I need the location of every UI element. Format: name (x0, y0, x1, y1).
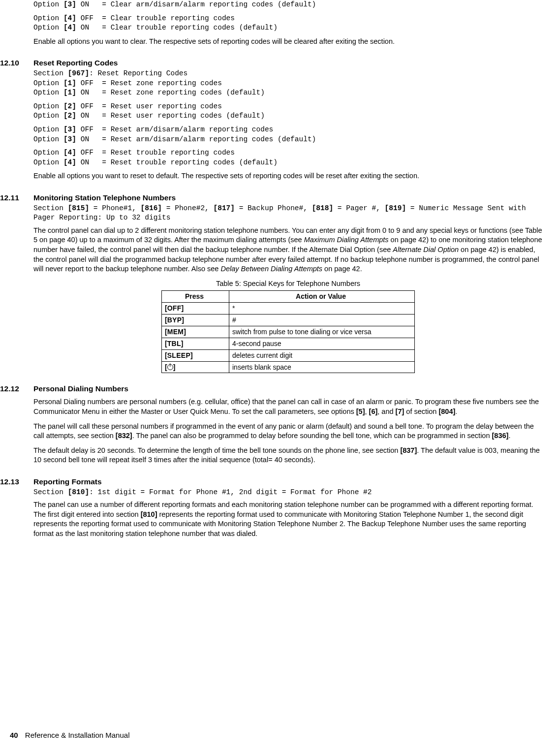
table-header-action: Action or Value (229, 291, 415, 303)
option-line: Option [4] OFF = Reset trouble reporting… (33, 148, 543, 158)
table-caption: Table 5: Special Keys for Telephone Numb… (33, 279, 543, 289)
special-keys-table: Press Action or Value [OFF]*[BYP]#[MEM]s… (161, 290, 415, 373)
section-line: Section [810]: 1st digit = Format for Ph… (33, 488, 543, 498)
option-line: Option [1] ON = Reset zone reporting cod… (33, 88, 543, 98)
action-cell: inserts blank space (229, 361, 415, 373)
section-heading: Reporting Formats (33, 477, 543, 487)
section-line: Section [967]: Reset Reporting Codes (33, 69, 543, 79)
section-paragraph: Personal Dialing numbers are personal nu… (33, 397, 543, 416)
option-line: Option [3] ON = Reset arm/disarm/alarm r… (33, 135, 543, 145)
press-cell: [OFF] (162, 303, 229, 315)
action-cell: switch from pulse to tone dialing or vic… (229, 326, 415, 338)
section-paragraph: The default delay is 20 seconds. To dete… (33, 446, 543, 465)
section-number: 12.12 (0, 384, 33, 470)
section-heading: Reset Reporting Codes (33, 58, 543, 68)
section-12-11: 12.11 Monitoring Station Telephone Numbe… (0, 193, 543, 378)
press-cell: [BYP] (162, 315, 229, 326)
table-row: [OFF]* (162, 303, 415, 315)
section-number: 12.10 (0, 58, 33, 186)
press-cell: [TBL] (162, 338, 229, 349)
power-icon (167, 364, 173, 370)
option-line: Option [3] OFF = Reset arm/disarm/alarm … (33, 125, 543, 135)
press-cell: [SLEEP] (162, 349, 229, 361)
option-line: Option [4] ON = Clear trouble reporting … (33, 23, 543, 33)
page-number: 40 (10, 731, 18, 739)
section-heading: Monitoring Station Telephone Numbers (33, 193, 543, 203)
section-line: Section [815] = Phone#1, [816] = Phone#2… (33, 204, 543, 223)
option-line: Option [4] ON = Reset trouble reporting … (33, 158, 543, 168)
section-note: Enable all options you want to reset to … (33, 171, 543, 181)
table-row: [SLEEP]deletes current digit (162, 349, 415, 361)
press-cell: [] (162, 361, 229, 373)
table-row: [TBL]4-second pause (162, 338, 415, 349)
table-header-press: Press (162, 291, 229, 303)
leadin-block: Option [3] ON = Clear arm/disarm/alarm r… (0, 0, 543, 51)
section-12-12: 12.12 Personal Dialing Numbers Personal … (0, 384, 543, 470)
section-12-13: 12.13 Reporting Formats Section [810]: 1… (0, 477, 543, 544)
option-line: Option [2] ON = Reset user reporting cod… (33, 111, 543, 121)
leadin-note: Enable all options you want to clear. Th… (33, 37, 543, 47)
table-row: []inserts blank space (162, 361, 415, 373)
page-footer: 40 Reference & Installation Manual (10, 730, 129, 740)
option-line: Option [4] OFF = Clear trouble reporting… (33, 14, 543, 24)
table-row: [BYP]# (162, 315, 415, 326)
option-line: Option [1] OFF = Reset zone reporting co… (33, 79, 543, 89)
section-heading: Personal Dialing Numbers (33, 384, 543, 394)
option-line: Option [3] ON = Clear arm/disarm/alarm r… (33, 0, 543, 10)
action-cell: deletes current digit (229, 349, 415, 361)
action-cell: 4-second pause (229, 338, 415, 349)
press-cell: [MEM] (162, 326, 229, 338)
section-number: 12.13 (0, 477, 33, 544)
footer-title: Reference & Installation Manual (25, 731, 130, 739)
section-paragraph: The panel will call these personal numbe… (33, 422, 543, 441)
section-paragraph: The panel can use a number of different … (33, 500, 543, 538)
option-line: Option [2] OFF = Reset user reporting co… (33, 102, 543, 112)
section-number: 12.11 (0, 193, 33, 378)
action-cell: * (229, 303, 415, 315)
action-cell: # (229, 315, 415, 326)
table-row: [MEM]switch from pulse to tone dialing o… (162, 326, 415, 338)
section-paragraph: The control panel can dial up to 2 diffe… (33, 226, 543, 274)
section-12-10: 12.10 Reset Reporting Codes Section [967… (0, 58, 543, 186)
